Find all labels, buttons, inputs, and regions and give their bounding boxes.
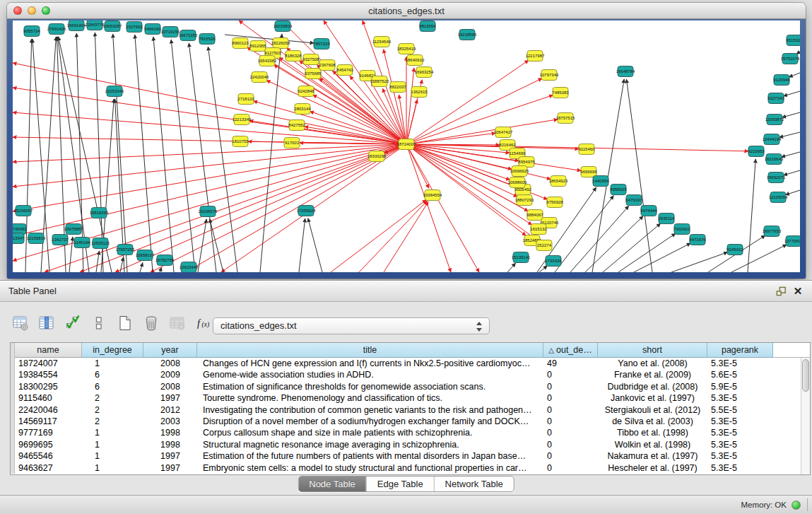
graph-node[interactable]: 10653287	[103, 21, 122, 32]
graph-node[interactable]: 8958923	[610, 185, 627, 195]
graph-node[interactable]: 1527602	[126, 22, 143, 33]
graph-node[interactable]: 3913947	[13, 233, 25, 244]
graph-edge[interactable]	[784, 91, 800, 96]
graph-node[interactable]: 8960123	[232, 38, 249, 49]
graph-edge[interactable]	[406, 144, 748, 151]
graph-node[interactable]: 10996925	[510, 166, 529, 177]
graph-edge[interactable]	[748, 159, 755, 272]
memory-status-indicator[interactable]	[792, 501, 801, 510]
graph-edge[interactable]	[626, 79, 652, 272]
graph-node[interactable]: 18724007	[397, 139, 416, 150]
graph-edge[interactable]	[198, 219, 206, 272]
tab-network-table[interactable]: Network Table	[434, 477, 514, 491]
graph-node[interactable]: 9515024	[786, 35, 800, 46]
graph-node[interactable]: 16782759	[155, 255, 175, 266]
graph-node[interactable]: 1440954	[592, 176, 609, 187]
graph-edge[interactable]	[13, 144, 406, 236]
float-panel-button[interactable]	[774, 285, 788, 298]
function-builder-button[interactable]: f(x)	[193, 313, 214, 333]
graph-edge[interactable]	[210, 219, 223, 272]
create-column-button[interactable]	[114, 313, 136, 333]
graph-edge[interactable]	[120, 257, 124, 272]
graph-node[interactable]: 1145194	[74, 238, 91, 248]
graph-node[interactable]: 18807293	[515, 195, 534, 206]
close-panel-button[interactable]: ✕	[791, 285, 805, 298]
graph-edge[interactable]	[406, 119, 558, 144]
table-select[interactable]: citations_edges.txt	[213, 317, 490, 334]
column-header-title[interactable]: title	[197, 343, 543, 358]
graph-node[interactable]: 27691406	[47, 24, 66, 35]
column-header-short[interactable]: short	[598, 343, 707, 358]
column-header-year[interactable]: year	[143, 343, 197, 358]
graph-edge[interactable]	[618, 233, 676, 272]
table-row[interactable]: 1938455462009Genome-wide association stu…	[11, 369, 810, 380]
graph-node[interactable]: 15751074	[781, 54, 800, 64]
graph-node[interactable]: 16977653	[763, 226, 782, 237]
graph-node[interactable]: 9245012	[726, 245, 743, 255]
graph-node[interactable]: 15136141	[512, 252, 531, 263]
graph-node[interactable]: 8186328	[285, 51, 302, 62]
graph-node[interactable]: 9375685	[305, 69, 322, 79]
graph-node[interactable]: 18325419	[397, 44, 416, 54]
graph-node[interactable]: 16671355	[179, 30, 198, 41]
graph-node[interactable]: 18300295	[367, 151, 387, 162]
select-all-button[interactable]	[62, 313, 83, 333]
graph-edge[interactable]	[310, 112, 406, 144]
graph-node[interactable]: 15819355	[90, 208, 109, 218]
graph-edge[interactable]	[789, 73, 800, 77]
table-row[interactable]: 1456911722003Disruption of a novel membe…	[11, 416, 810, 427]
graph-node[interactable]: 917003	[284, 138, 300, 148]
graph-node[interactable]: 19384554	[423, 190, 442, 201]
graph-edge[interactable]	[308, 218, 322, 272]
graph-edge[interactable]	[115, 144, 406, 272]
scrollbar-thumb[interactable]	[802, 359, 809, 392]
graph-node[interactable]: 8912955	[249, 41, 266, 52]
graph-edge[interactable]	[76, 33, 83, 272]
graph-node[interactable]: 8454743	[336, 65, 353, 76]
zoom-window-button[interactable]	[42, 6, 50, 15]
column-header-in_degree[interactable]: in_degree	[82, 343, 143, 358]
tab-edge-table[interactable]: Edge Table	[366, 477, 434, 491]
graph-node[interactable]: 1362615	[411, 87, 428, 98]
graph-node[interactable]: 10797349	[540, 70, 559, 81]
graph-node[interactable]: 9055724	[23, 26, 40, 37]
column-header-pagerank[interactable]: pagerank	[707, 343, 773, 358]
table-row[interactable]: 946554611997Estimation of the future num…	[11, 450, 810, 462]
graph-node[interactable]: 18654923	[549, 176, 568, 187]
graph-edge[interactable]	[603, 223, 661, 272]
graph-node[interactable]: 9327508	[302, 54, 319, 65]
graph-node[interactable]: 16543382	[258, 56, 277, 66]
graph-edge[interactable]	[140, 263, 143, 272]
graph-node[interactable]: 12213349	[233, 115, 252, 125]
graph-edge[interactable]	[171, 40, 195, 272]
graph-node[interactable]: 16033809	[273, 21, 293, 32]
graph-node[interactable]: 25206057	[14, 206, 33, 216]
graph-node[interactable]: 12156819	[27, 233, 46, 244]
graph-edge[interactable]	[782, 152, 800, 157]
graph-node[interactable]: 6479197	[625, 195, 642, 206]
graph-node[interactable]: 19218596	[458, 30, 477, 40]
graph-node[interactable]: 22420046	[250, 72, 269, 83]
graph-node[interactable]: 9756928	[546, 197, 563, 208]
graph-node[interactable]: 8822037	[389, 82, 406, 93]
graph-node[interactable]: 9227343	[767, 93, 784, 104]
table-mode-button[interactable]	[10, 313, 31, 333]
graph-node[interactable]: 1342737	[52, 235, 69, 245]
graph-node[interactable]: 7815526	[199, 34, 216, 45]
graph-node[interactable]: 9242848	[298, 86, 314, 97]
graph-node[interactable]: 6466160	[144, 24, 161, 35]
delete-column-button[interactable]	[141, 313, 162, 333]
graph-node[interactable]: 15887520	[370, 76, 389, 87]
graph-node[interactable]: 7932621	[673, 224, 690, 235]
graph-node[interactable]: 8427552	[288, 120, 305, 131]
table-row[interactable]: 2242004622012Investigating the contribut…	[11, 404, 810, 416]
graph-node[interactable]: 17957255	[116, 245, 135, 255]
graph-edge[interactable]	[507, 263, 516, 272]
graph-edge[interactable]	[359, 201, 427, 272]
graph-node[interactable]: 21053346	[105, 86, 124, 97]
close-window-button[interactable]	[13, 6, 22, 15]
graph-edge[interactable]	[671, 252, 728, 272]
column-header-name[interactable]: name	[15, 343, 82, 358]
graph-edge[interactable]	[784, 170, 800, 175]
graph-node[interactable]: 12505115	[91, 238, 110, 249]
